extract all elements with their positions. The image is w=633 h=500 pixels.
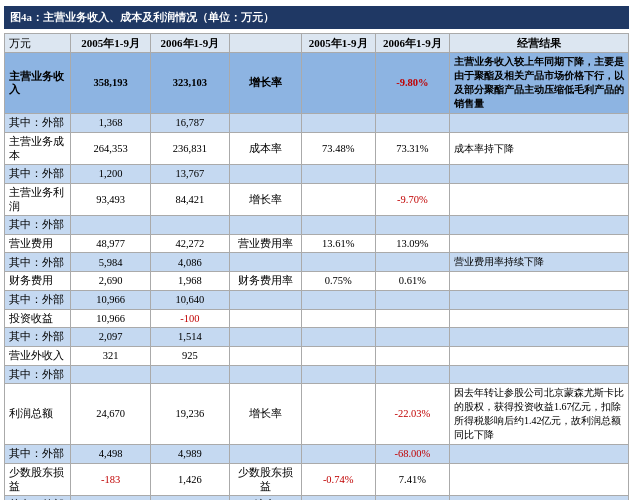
row-label: 其中：外部 [5, 445, 71, 464]
row-value [301, 496, 375, 500]
row-value [301, 53, 375, 114]
row-value: 925 [150, 346, 229, 365]
header-metric [230, 34, 302, 53]
table-row: 少数股东损益-1831,426少数股东损益-0.74%7.41% [5, 463, 629, 495]
row-value: 1,368 [71, 114, 150, 133]
table-row: 主营业务成本264,353236,831成本率73.48%73.31%成本率持下… [5, 132, 629, 164]
row-value [230, 309, 302, 328]
row-value: 13,767 [150, 165, 229, 184]
row-value: 2,097 [71, 328, 150, 347]
table-header: 万元 2005年1-9月 2006年1-9月 2005年1-9月 2006年1-… [5, 34, 629, 53]
table-row: 财务费用2,6901,968财务费用率0.75%0.61% [5, 272, 629, 291]
row-value [301, 253, 375, 272]
page-title: 图4a：主营业务收入、成本及利润情况（单位：万元） [4, 6, 629, 29]
table-row: 其中：外部1,20013,767 [5, 165, 629, 184]
row-label: 营业外收入 [5, 346, 71, 365]
table-row: 主营业务利润93,49384,421增长率-9.70% [5, 183, 629, 215]
row-result: 成本率持下降 [449, 132, 628, 164]
row-value: 13.61% [301, 234, 375, 253]
row-value: 73.48% [301, 132, 375, 164]
header-unit: 万元 [5, 34, 71, 53]
row-value [375, 114, 449, 133]
row-label: 投资收益 [5, 309, 71, 328]
page-wrapper: 图4a：主营业务收入、成本及利润情况（单位：万元） 万元 2005年1-9月 2… [0, 0, 633, 500]
row-value: -22.03% [375, 384, 449, 445]
row-value: 73.31% [375, 132, 449, 164]
table-row: 投资收益10,966-100 [5, 309, 629, 328]
row-value: 增长率 [230, 53, 302, 114]
row-label: 其中：外部 [5, 496, 71, 500]
row-value: 48,977 [71, 234, 150, 253]
table-row: 其中：外部4,4984,989-68.00% [5, 445, 629, 464]
row-value: -68.00% [375, 445, 449, 464]
row-value [301, 183, 375, 215]
row-result [449, 328, 628, 347]
row-value: 4,989 [150, 445, 229, 464]
row-value: 0.75% [301, 272, 375, 291]
table-row: 其中：外部 [5, 216, 629, 235]
row-value: 综合 [230, 496, 302, 500]
row-result [449, 365, 628, 384]
row-value: 1,6200 [71, 496, 150, 500]
row-value: 10,640 [150, 291, 229, 310]
row-value [301, 165, 375, 184]
row-result [449, 216, 628, 235]
row-label: 其中：外部 [5, 165, 71, 184]
row-value: -9.80% [375, 53, 449, 114]
row-value: 营业费用率 [230, 234, 302, 253]
row-label: 其中：外部 [5, 328, 71, 347]
row-label: 主营业务成本 [5, 132, 71, 164]
row-result [449, 291, 628, 310]
row-value [375, 253, 449, 272]
row-label: 主营业务收入 [5, 53, 71, 114]
row-value: 321 [71, 346, 150, 365]
row-value: -0.74% [301, 463, 375, 495]
row-result [449, 272, 628, 291]
row-value [71, 365, 150, 384]
header-result: 经营结果 [449, 34, 628, 53]
row-value [230, 114, 302, 133]
row-result [449, 165, 628, 184]
row-result: 营业费用率持续下降 [449, 253, 628, 272]
row-value: -69.00% [375, 496, 449, 500]
row-value: 1,200 [71, 165, 150, 184]
table-row: 其中：外部5,9844,086营业费用率持续下降 [5, 253, 629, 272]
table-row: 其中：外部1,36816,787 [5, 114, 629, 133]
row-value: -9.70% [375, 183, 449, 215]
row-value [230, 253, 302, 272]
row-value [150, 216, 229, 235]
row-value: 10,966 [71, 309, 150, 328]
row-value: 1,968 [150, 272, 229, 291]
row-value: 13.09% [375, 234, 449, 253]
row-value: 成本率 [230, 132, 302, 164]
row-value [301, 365, 375, 384]
row-value: 236,831 [150, 132, 229, 164]
row-value: -100 [150, 309, 229, 328]
row-value: 93,493 [71, 183, 150, 215]
row-result [449, 309, 628, 328]
row-value [375, 309, 449, 328]
row-value [230, 328, 302, 347]
row-label: 主营业务利润 [5, 183, 71, 215]
row-value [150, 365, 229, 384]
row-value [301, 346, 375, 365]
row-value [301, 384, 375, 445]
row-value [375, 291, 449, 310]
row-value [230, 445, 302, 464]
row-value [375, 365, 449, 384]
row-label: 其中：外部 [5, 253, 71, 272]
row-result [449, 346, 628, 365]
row-label: 其中：外部 [5, 291, 71, 310]
row-result [449, 445, 628, 464]
row-value: 4,086 [150, 253, 229, 272]
row-value: 16,787 [150, 114, 229, 133]
row-label: 其中：外部 [5, 114, 71, 133]
row-label: 少数股东损益 [5, 463, 71, 495]
row-result [449, 496, 628, 500]
row-result: 因去年转让参股公司北京蒙森尤斯卡比的股权，获得投资收益1.67亿元，扣除所得税影… [449, 384, 628, 445]
row-value [375, 165, 449, 184]
row-value [375, 346, 449, 365]
row-value: 264,353 [71, 132, 150, 164]
table-row: 主营业务收入358,193323,103增长率-9.80%主营业务收入较上年同期… [5, 53, 629, 114]
row-label: 财务费用 [5, 272, 71, 291]
